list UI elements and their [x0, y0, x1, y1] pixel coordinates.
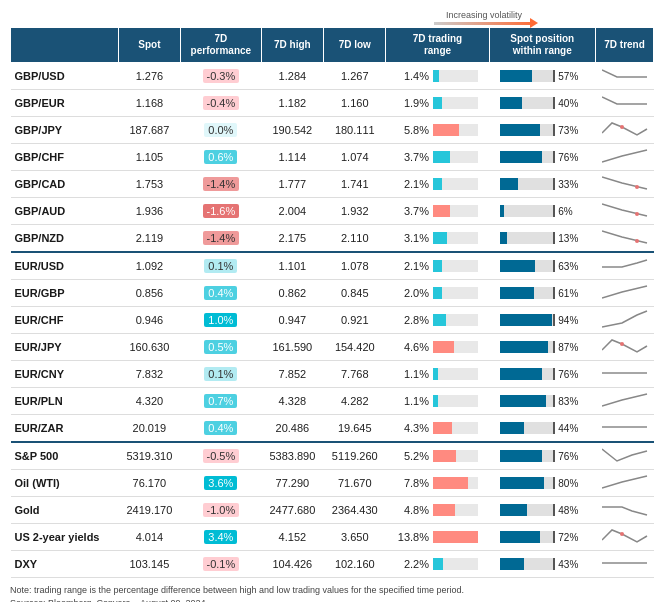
cell-perf: -0.3%: [181, 63, 262, 90]
cell-perf: 0.6%: [181, 144, 262, 171]
cell-spot-position: 33%: [489, 171, 596, 198]
cell-perf: -1.4%: [181, 171, 262, 198]
cell-low: 180.111: [324, 117, 386, 144]
table-row: EUR/CHF0.9461.0%0.9470.9212.8%94%: [11, 307, 654, 334]
cell-pair: EUR/JPY: [11, 334, 119, 361]
svg-point-5: [620, 532, 624, 536]
cell-perf: 0.5%: [181, 334, 262, 361]
cell-high: 1.182: [261, 90, 323, 117]
cell-perf: -0.4%: [181, 90, 262, 117]
cell-low: 19.645: [324, 415, 386, 443]
cell-low: 2364.430: [324, 497, 386, 524]
cell-spot-position: 76%: [489, 442, 596, 470]
cell-low: 1.267: [324, 63, 386, 90]
table-row: GBP/USD1.276-0.3%1.2841.2671.4%57%: [11, 63, 654, 90]
main-table: Spot 7Dperformance 7D high 7D low 7D tra…: [10, 27, 654, 578]
cell-high: 1.284: [261, 63, 323, 90]
col-7d-perf: 7Dperformance: [181, 28, 262, 63]
cell-spot-position: 94%: [489, 307, 596, 334]
cell-high: 4.328: [261, 388, 323, 415]
cell-pair: EUR/ZAR: [11, 415, 119, 443]
cell-low: 1.160: [324, 90, 386, 117]
table-row: EUR/JPY160.6300.5%161.590154.4204.6%87%: [11, 334, 654, 361]
cell-perf: 0.4%: [181, 415, 262, 443]
svg-point-4: [620, 342, 624, 346]
cell-perf: 0.7%: [181, 388, 262, 415]
cell-high: 190.542: [261, 117, 323, 144]
cell-trend: [596, 225, 654, 253]
cell-spot: 0.856: [118, 280, 180, 307]
cell-pair: GBP/AUD: [11, 198, 119, 225]
cell-high: 7.852: [261, 361, 323, 388]
col-7d-trend: 7D trend: [596, 28, 654, 63]
table-row: EUR/USD1.0920.1%1.1011.0782.1%63%: [11, 252, 654, 280]
cell-trend: [596, 415, 654, 443]
cell-spot-position: 43%: [489, 551, 596, 578]
cell-perf: -0.1%: [181, 551, 262, 578]
cell-spot-position: 80%: [489, 470, 596, 497]
volatility-label: Increasing volatility: [446, 10, 522, 20]
cell-low: 4.282: [324, 388, 386, 415]
cell-perf: -1.6%: [181, 198, 262, 225]
cell-spot: 20.019: [118, 415, 180, 443]
cell-low: 154.420: [324, 334, 386, 361]
cell-trend: [596, 307, 654, 334]
cell-spot: 2.119: [118, 225, 180, 253]
cell-low: 2.110: [324, 225, 386, 253]
cell-low: 3.650: [324, 524, 386, 551]
table-row: EUR/CNY7.8320.1%7.8527.7681.1%76%: [11, 361, 654, 388]
cell-high: 2.175: [261, 225, 323, 253]
cell-spot-position: 76%: [489, 361, 596, 388]
cell-high: 77.290: [261, 470, 323, 497]
cell-trend: [596, 388, 654, 415]
cell-pair: EUR/CNY: [11, 361, 119, 388]
footer-note: Note: trading range is the percentage di…: [10, 584, 654, 602]
table-row: GBP/CHF1.1050.6%1.1141.0743.7%76%: [11, 144, 654, 171]
table-row: DXY103.145-0.1%104.426102.1602.2%43%: [11, 551, 654, 578]
cell-pair: S&P 500: [11, 442, 119, 470]
cell-spot-position: 57%: [489, 63, 596, 90]
cell-perf: 1.0%: [181, 307, 262, 334]
cell-perf: 0.0%: [181, 117, 262, 144]
cell-trading-range: 1.9%: [386, 90, 489, 117]
table-row: Oil (WTI)76.1703.6%77.29071.6707.8%80%: [11, 470, 654, 497]
cell-pair: GBP/USD: [11, 63, 119, 90]
cell-perf: -0.5%: [181, 442, 262, 470]
cell-trend: [596, 442, 654, 470]
cell-trading-range: 2.0%: [386, 280, 489, 307]
cell-spot: 1.936: [118, 198, 180, 225]
cell-spot-position: 44%: [489, 415, 596, 443]
cell-spot-position: 13%: [489, 225, 596, 253]
footer-source: Sources: Bloomberg, Convera – August 09,…: [10, 598, 206, 602]
cell-spot-position: 73%: [489, 117, 596, 144]
cell-pair: GBP/JPY: [11, 117, 119, 144]
cell-trading-range: 3.7%: [386, 144, 489, 171]
cell-perf: 3.4%: [181, 524, 262, 551]
svg-point-1: [635, 185, 639, 189]
cell-high: 0.862: [261, 280, 323, 307]
cell-perf: 0.1%: [181, 252, 262, 280]
table-row: US 2-year yields4.0143.4%4.1523.65013.8%…: [11, 524, 654, 551]
cell-high: 1.777: [261, 171, 323, 198]
cell-spot: 76.170: [118, 470, 180, 497]
cell-spot-position: 40%: [489, 90, 596, 117]
cell-spot-position: 76%: [489, 144, 596, 171]
table-header-row: Spot 7Dperformance 7D high 7D low 7D tra…: [11, 28, 654, 63]
cell-trend: [596, 171, 654, 198]
cell-spot-position: 48%: [489, 497, 596, 524]
cell-spot: 5319.310: [118, 442, 180, 470]
table-row: GBP/EUR1.168-0.4%1.1821.1601.9%40%: [11, 90, 654, 117]
cell-spot: 1.276: [118, 63, 180, 90]
cell-perf: 0.4%: [181, 280, 262, 307]
cell-spot: 0.946: [118, 307, 180, 334]
cell-high: 1.114: [261, 144, 323, 171]
cell-trend: [596, 90, 654, 117]
col-7d-low: 7D low: [324, 28, 386, 63]
cell-trading-range: 4.8%: [386, 497, 489, 524]
table-row: EUR/PLN4.3200.7%4.3284.2821.1%83%: [11, 388, 654, 415]
cell-perf: 3.6%: [181, 470, 262, 497]
cell-spot: 103.145: [118, 551, 180, 578]
cell-trading-range: 1.1%: [386, 388, 489, 415]
table-row: EUR/GBP0.8560.4%0.8620.8452.0%61%: [11, 280, 654, 307]
cell-high: 5383.890: [261, 442, 323, 470]
